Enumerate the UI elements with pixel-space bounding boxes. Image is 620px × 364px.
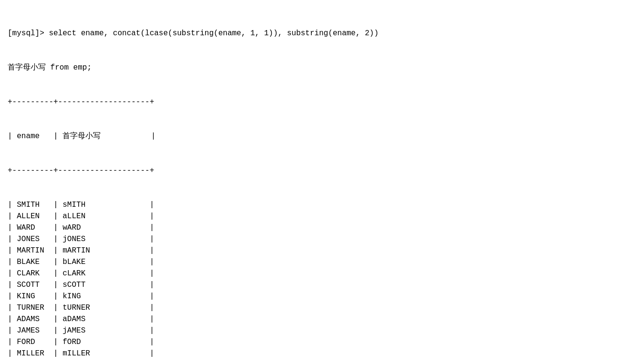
continuation-line: 首字母小写 from emp;: [8, 62, 612, 73]
table-row: | BLAKE | bLAKE |: [8, 256, 612, 268]
terminal-output: [mysql]> select ename, concat(lcase(subs…: [8, 5, 612, 364]
table-row: | ALLEN | aLLEN |: [8, 211, 612, 222]
table-header: | ename | 首字母小写 |: [8, 131, 612, 142]
table-separator-top: +---------+--------------------+: [8, 96, 612, 108]
prompt-line: [mysql]> select ename, concat(lcase(subs…: [8, 28, 612, 39]
table-row: | ADAMS | aDAMS |: [8, 313, 612, 325]
table-row: | SMITH | sMITH |: [8, 199, 612, 211]
table-row: | JAMES | jAMES |: [8, 325, 612, 336]
table-row: | CLARK | cLARK |: [8, 268, 612, 279]
table-rows: | SMITH | sMITH || ALLEN | aLLEN || WARD…: [8, 199, 612, 359]
table-separator-mid: +---------+--------------------+: [8, 165, 612, 176]
table-row: | WARD | wARD |: [8, 222, 612, 233]
table-row: | SCOTT | sCOTT |: [8, 279, 612, 291]
table-row: | KING | kING |: [8, 291, 612, 302]
table-row: | FORD | fORD |: [8, 336, 612, 348]
table-row: | JONES | jONES |: [8, 233, 612, 245]
table-row: | MILLER | mILLER |: [8, 348, 612, 359]
table-row: | MARTIN | mARTIN |: [8, 245, 612, 256]
table-row: | TURNER | tURNER |: [8, 302, 612, 313]
